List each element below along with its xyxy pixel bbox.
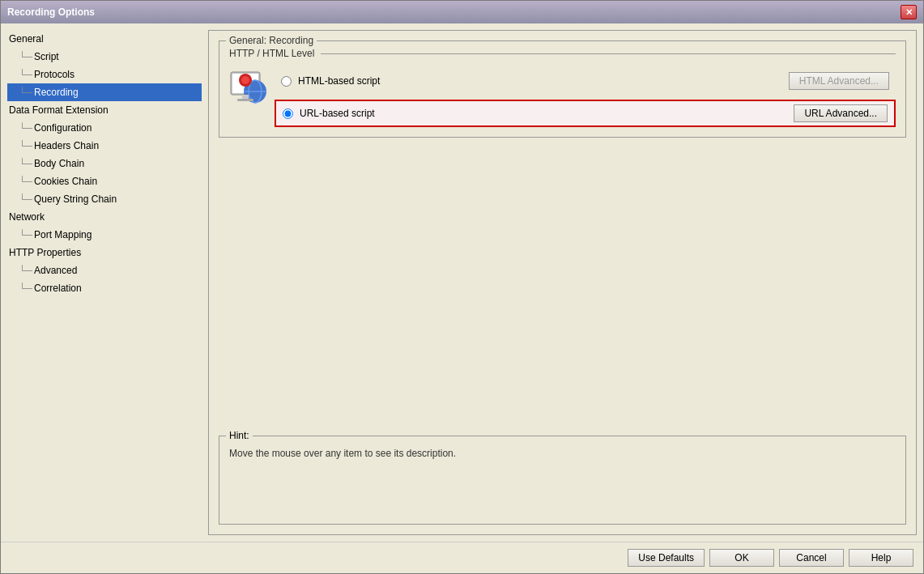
sidebar-item-recording[interactable]: └─Recording	[7, 83, 202, 101]
sidebar-item-correlation[interactable]: └─Correlation	[7, 279, 202, 297]
sidebar-item-cookies-chain[interactable]: └─Cookies Chain	[7, 172, 202, 190]
main-content: General └─Script └─Protocols └─Recording…	[1, 23, 923, 542]
title-bar: Recording Options ✕	[1, 1, 923, 23]
recording-icon-svg	[229, 69, 268, 108]
http-level-header: HTTP / HTML Level	[229, 48, 896, 59]
sidebar-tree: General └─Script └─Protocols └─Recording…	[7, 30, 202, 297]
recording-icon	[229, 69, 268, 108]
sidebar-item-general[interactable]: General	[7, 30, 202, 48]
url-based-radio[interactable]	[283, 108, 293, 119]
sidebar-item-advanced[interactable]: └─Advanced	[7, 261, 202, 279]
options-rows: HTML-based script HTML Advanced... URL-b…	[275, 69, 896, 127]
section-title: General: Recording	[226, 35, 317, 46]
sidebar-item-protocols[interactable]: └─Protocols	[7, 66, 202, 83]
sidebar-item-http-properties[interactable]: HTTP Properties	[7, 244, 202, 261]
recording-options-window: Recording Options ✕ General └─Script └─P…	[0, 0, 924, 574]
close-button[interactable]: ✕	[901, 5, 917, 19]
sidebar-item-query-string-chain[interactable]: └─Query String Chain	[7, 190, 202, 208]
sidebar-item-headers-chain[interactable]: └─Headers Chain	[7, 137, 202, 155]
url-advanced-button[interactable]: URL Advanced...	[794, 104, 888, 122]
cancel-button[interactable]: Cancel	[779, 549, 844, 567]
icon-area: HTML-based script HTML Advanced... URL-b…	[229, 69, 896, 127]
ok-button[interactable]: OK	[709, 549, 774, 567]
svg-rect-7	[242, 95, 249, 99]
html-based-radio[interactable]	[281, 76, 292, 87]
svg-point-6	[241, 76, 249, 84]
hint-box: Hint: Move the mouse over any item to se…	[219, 436, 906, 525]
url-based-option-row: URL-based script URL Advanced...	[275, 100, 896, 127]
sidebar: General └─Script └─Protocols └─Recording…	[7, 30, 202, 535]
footer: Use Defaults OK Cancel Help	[1, 542, 923, 573]
help-button[interactable]: Help	[849, 549, 913, 567]
sidebar-item-script[interactable]: └─Script	[7, 48, 202, 66]
http-level-label: HTTP / HTML Level	[229, 48, 314, 59]
svg-rect-8	[237, 99, 253, 101]
content-panel: General: Recording HTTP / HTML Level	[208, 30, 917, 535]
html-based-label: HTML-based script	[298, 75, 782, 87]
window-title: Recording Options	[7, 6, 95, 18]
spacer	[219, 147, 906, 426]
sidebar-item-network[interactable]: Network	[7, 208, 202, 226]
html-based-option-row: HTML-based script HTML Advanced...	[275, 69, 896, 93]
hint-title: Hint:	[226, 430, 253, 441]
url-based-label: URL-based script	[300, 108, 787, 119]
hint-text: Move the mouse over any item to see its …	[229, 448, 896, 459]
sidebar-item-configuration[interactable]: └─Configuration	[7, 119, 202, 137]
use-defaults-button[interactable]: Use Defaults	[628, 549, 705, 567]
general-recording-group: General: Recording HTTP / HTML Level	[219, 40, 906, 138]
html-advanced-button[interactable]: HTML Advanced...	[789, 72, 889, 90]
sidebar-item-data-format[interactable]: Data Format Extension	[7, 101, 202, 119]
sidebar-item-body-chain[interactable]: └─Body Chain	[7, 155, 202, 172]
sidebar-item-port-mapping[interactable]: └─Port Mapping	[7, 226, 202, 244]
http-level-separator	[321, 53, 896, 54]
